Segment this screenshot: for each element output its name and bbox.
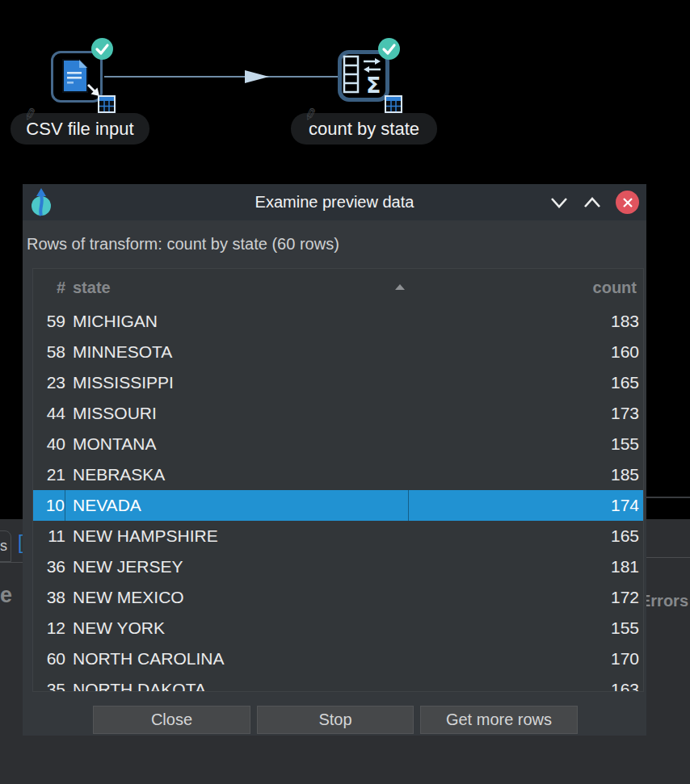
state-cell: NEW HAMPSHIRE	[65, 521, 409, 551]
column-header-state[interactable]: state	[65, 279, 409, 297]
transform-label-text: count by state	[309, 119, 419, 140]
table-header: # state count	[33, 269, 643, 306]
table-row[interactable]: 36 NEW JERSEY 181	[33, 551, 643, 582]
background-divider	[646, 557, 690, 558]
hop-link	[104, 76, 338, 78]
table-row[interactable]: 60 NORTH CAROLINA 170	[33, 644, 643, 674]
data-preview-grid-icon[interactable]	[98, 95, 116, 116]
errors-column-fragment: Errors	[640, 592, 688, 610]
count-cell: 165	[409, 367, 643, 398]
background-tab-fragment: s	[0, 530, 11, 562]
row-number-cell: 44	[33, 398, 65, 429]
background-tab-divider	[0, 562, 23, 563]
count-cell: 170	[409, 644, 643, 674]
state-cell: MONTANA	[65, 429, 409, 459]
success-badge-icon	[91, 38, 113, 63]
row-number-cell: 35	[33, 674, 65, 692]
column-header-num[interactable]: #	[33, 279, 65, 297]
row-number-cell: 11	[33, 521, 65, 551]
count-cell: 163	[409, 674, 643, 692]
row-number-cell: 59	[33, 306, 65, 337]
state-cell: MISSISSIPPI	[65, 367, 409, 398]
state-cell: MISSOURI	[65, 398, 409, 429]
row-number-cell: 12	[33, 613, 65, 644]
state-cell: NORTH CAROLINA	[65, 644, 409, 674]
success-badge-icon	[378, 38, 400, 63]
state-cell: MINNESOTA	[65, 337, 409, 367]
background-text-fragment: e	[0, 583, 12, 608]
chevron-down-icon[interactable]	[549, 196, 569, 209]
count-cell: 172	[409, 582, 643, 613]
stop-button[interactable]: Stop	[257, 706, 414, 734]
count-cell: 181	[409, 551, 643, 582]
table-row[interactable]: 10 NEVADA 174	[33, 490, 643, 521]
count-cell: 165	[409, 521, 643, 551]
get-more-rows-button[interactable]: Get more rows	[420, 706, 578, 734]
background-divider	[646, 497, 690, 498]
table-row[interactable]: 11 NEW HAMPSHIRE 165	[33, 521, 643, 551]
dialog-button-row: Close Stop Get more rows	[93, 706, 578, 734]
table-body: 59 MICHIGAN 183 58 MINNESOTA 160 23 MISS…	[33, 306, 643, 692]
preview-data-dialog: Examine preview data Rows of transform: …	[23, 184, 646, 736]
row-number-cell: 58	[33, 337, 65, 367]
column-header-count[interactable]: count	[409, 279, 643, 297]
transform-label-text: CSV file input	[26, 119, 133, 140]
table-row[interactable]: 38 NEW MEXICO 172	[33, 582, 643, 613]
transform-label-count-by-state[interactable]: ✎ count by state	[291, 113, 437, 145]
table-row[interactable]: 40 MONTANA 155	[33, 429, 643, 459]
svg-text:Σ: Σ	[366, 73, 381, 96]
sort-ascending-icon	[395, 284, 405, 290]
dialog-titlebar[interactable]: Examine preview data	[23, 184, 646, 220]
count-cell: 173	[409, 398, 643, 429]
chevron-up-icon[interactable]	[583, 196, 602, 209]
row-number-cell: 60	[33, 644, 65, 674]
close-button[interactable]	[616, 191, 639, 214]
table-row[interactable]: 58 MINNESOTA 160	[33, 337, 643, 367]
state-cell: NEW JERSEY	[65, 551, 409, 582]
table-row[interactable]: 59 MICHIGAN 183	[33, 306, 643, 337]
background-tab-text: s	[0, 538, 7, 555]
count-cell: 174	[409, 490, 643, 521]
table-row[interactable]: 23 MISSISSIPPI 165	[33, 367, 643, 398]
close-dialog-button[interactable]: Close	[93, 706, 250, 734]
state-cell: NORTH DAKOTA	[65, 674, 409, 692]
state-cell: NEVADA	[65, 490, 409, 521]
state-cell: NEBRASKA	[65, 459, 409, 490]
row-number-cell: 36	[33, 551, 65, 582]
table-row[interactable]: 21 NEBRASKA 185	[33, 459, 643, 490]
state-cell: NEW YORK	[65, 613, 409, 644]
row-number-cell: 40	[33, 429, 65, 459]
state-cell: MICHIGAN	[65, 306, 409, 337]
row-number-cell: 21	[33, 459, 65, 490]
count-cell: 160	[409, 337, 643, 367]
table-row[interactable]: 12 NEW YORK 155	[33, 613, 643, 644]
count-cell: 155	[409, 429, 643, 459]
preview-rows-label: Rows of transform: count by state (60 ro…	[27, 235, 339, 254]
row-number-cell: 23	[33, 367, 65, 398]
hop-arrow-icon	[245, 70, 269, 83]
count-cell: 185	[409, 459, 643, 490]
count-cell: 155	[409, 613, 643, 644]
state-cell: NEW MEXICO	[65, 582, 409, 613]
table-row[interactable]: 35 NORTH DAKOTA 163	[33, 674, 643, 692]
count-cell: 183	[409, 306, 643, 337]
table-row[interactable]: 44 MISSOURI 173	[33, 398, 643, 429]
data-preview-grid-icon[interactable]	[385, 95, 402, 116]
close-icon	[622, 197, 633, 208]
row-number-cell: 10	[33, 490, 65, 521]
preview-table: # state count 59 MICHIGAN 183 58 MINNESO…	[32, 268, 644, 692]
row-number-cell: 38	[33, 582, 65, 613]
transform-label-csv-file-input[interactable]: ✎ CSV file input	[11, 113, 149, 145]
